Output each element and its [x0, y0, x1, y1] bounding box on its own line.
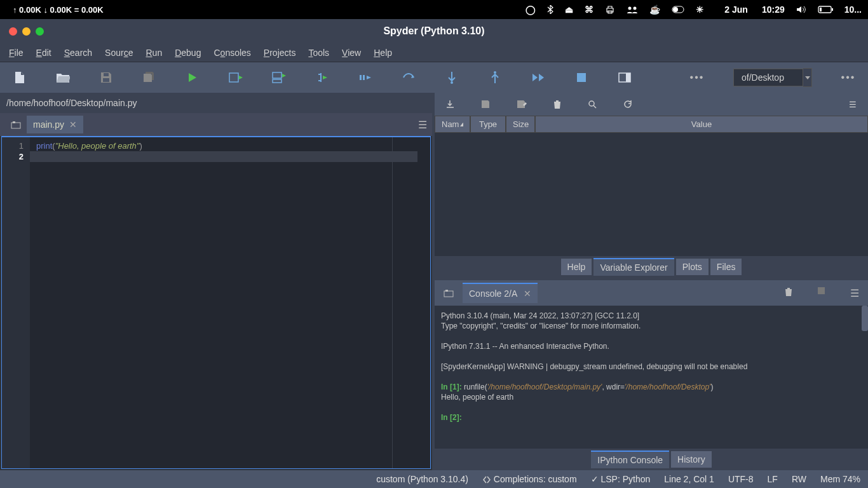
- status-interpreter[interactable]: custom (Python 3.10.4): [376, 474, 468, 484]
- delete-var-icon[interactable]: [553, 100, 561, 109]
- eject-icon[interactable]: ⏏: [565, 4, 573, 15]
- console-tabbar: Console 2/A ✕ ☰: [435, 280, 868, 306]
- menu-source[interactable]: Source: [105, 48, 133, 58]
- debug-icon[interactable]: [358, 71, 372, 85]
- layout-icon[interactable]: [618, 71, 632, 85]
- console-options-icon[interactable]: ☰: [850, 287, 859, 299]
- save-data-as-icon[interactable]: [517, 100, 527, 109]
- console-output[interactable]: Python 3.10.4 (main, Mar 24 2022, 13:07:…: [435, 306, 868, 449]
- console-scrollbar[interactable]: [862, 306, 868, 331]
- new-file-icon[interactable]: [13, 71, 27, 85]
- interrupt-kernel-icon[interactable]: [818, 287, 825, 299]
- save-data-icon[interactable]: [481, 100, 490, 109]
- bluetooth-icon[interactable]: [547, 5, 553, 14]
- circle-icon[interactable]: ◯: [526, 4, 536, 15]
- col-value[interactable]: Value: [535, 116, 868, 133]
- close-console-icon[interactable]: ✕: [524, 288, 531, 299]
- more-icon[interactable]: •••: [690, 71, 704, 85]
- console-line: Type "copyright", "credits" or "license"…: [441, 321, 862, 331]
- svg-rect-11: [273, 79, 281, 83]
- toggle-icon[interactable]: [672, 6, 684, 13]
- close-tab-icon[interactable]: ✕: [69, 119, 77, 130]
- line-number: 2: [2, 151, 24, 162]
- menu-search[interactable]: Search: [64, 48, 92, 58]
- close-window-button[interactable]: [9, 27, 17, 36]
- console-tab[interactable]: Console 2/A ✕: [463, 283, 538, 303]
- users-icon[interactable]: [627, 6, 638, 13]
- tab-history[interactable]: History: [671, 451, 712, 468]
- stop-debug-icon[interactable]: [574, 71, 588, 85]
- menu-view[interactable]: View: [342, 48, 361, 58]
- battery-icon[interactable]: [818, 6, 833, 13]
- svg-rect-16: [577, 73, 586, 82]
- status-lsp[interactable]: ✓ LSP: Python: [591, 474, 651, 484]
- editor-tab-label: main.py: [33, 119, 64, 130]
- menu-file[interactable]: File: [9, 48, 24, 58]
- col-name[interactable]: Nam: [435, 116, 470, 133]
- volume-icon[interactable]: [796, 6, 806, 13]
- editor-tabbar: main.py ✕ ☰: [0, 113, 432, 136]
- brightness-icon[interactable]: ☀: [696, 4, 704, 15]
- command-icon[interactable]: ⌘: [585, 4, 593, 15]
- import-data-icon[interactable]: [446, 100, 454, 109]
- printer-icon[interactable]: [605, 5, 615, 14]
- menu-help[interactable]: Help: [374, 48, 392, 58]
- traffic-lights: [0, 27, 44, 36]
- menubar-time[interactable]: 10:29: [762, 4, 785, 15]
- code-editor[interactable]: 1 2 print("Hello, people of earth"): [1, 136, 431, 469]
- run-cell-advance-icon[interactable]: [272, 71, 286, 85]
- battery-pct: 10...: [844, 4, 862, 15]
- col-size[interactable]: Size: [506, 116, 535, 133]
- status-eol[interactable]: LF: [768, 474, 778, 484]
- browse-consoles-icon[interactable]: [444, 289, 463, 297]
- open-file-icon[interactable]: [56, 71, 70, 85]
- run-selection-icon[interactable]: [315, 71, 329, 85]
- search-var-icon[interactable]: [588, 100, 597, 109]
- coffee-icon[interactable]: ☕: [649, 4, 660, 15]
- col-type[interactable]: Type: [470, 116, 506, 133]
- step-out-icon[interactable]: [488, 71, 502, 85]
- tab-variable-explorer[interactable]: Variable Explorer: [593, 258, 674, 276]
- status-completions[interactable]: Completions: custom: [482, 474, 577, 484]
- tab-files[interactable]: Files: [710, 259, 742, 275]
- window-title: Spyder (Python 3.10): [383, 25, 484, 37]
- status-encoding[interactable]: UTF-8: [728, 474, 754, 484]
- maximize-window-button[interactable]: [36, 27, 44, 36]
- step-into-icon[interactable]: [445, 71, 459, 85]
- step-over-icon[interactable]: [402, 71, 416, 85]
- menu-debug[interactable]: Debug: [175, 48, 201, 58]
- continue-icon[interactable]: [531, 71, 545, 85]
- code-line: print("Hello, people of earth"): [36, 140, 430, 151]
- svg-rect-13: [363, 75, 365, 80]
- browse-tabs-icon[interactable]: [5, 121, 27, 129]
- editor-options-icon[interactable]: ☰: [418, 119, 427, 131]
- tab-plots[interactable]: Plots: [676, 259, 709, 275]
- tab-ipython-console[interactable]: IPython Console: [591, 451, 669, 468]
- menu-tools[interactable]: Tools: [308, 48, 329, 58]
- svg-rect-8: [104, 73, 109, 76]
- preferences-icon[interactable]: •••: [841, 71, 855, 85]
- delete-console-icon[interactable]: [785, 287, 792, 299]
- menu-consoles[interactable]: Consoles: [214, 48, 250, 58]
- varexp-options-icon[interactable]: ☰: [849, 100, 857, 109]
- workdir-input[interactable]: of/Desktop: [733, 69, 803, 86]
- editor-tab[interactable]: main.py ✕: [27, 116, 83, 133]
- menu-edit[interactable]: Edit: [36, 48, 51, 58]
- minimize-window-button[interactable]: [22, 27, 31, 36]
- refresh-var-icon[interactable]: [623, 100, 632, 109]
- workdir-dropdown-icon[interactable]: [803, 68, 812, 87]
- console-prompt[interactable]: In [2]:: [441, 412, 862, 423]
- svg-rect-7: [103, 78, 109, 82]
- svg-point-14: [451, 81, 453, 84]
- run-icon[interactable]: [186, 71, 200, 85]
- menu-run[interactable]: Run: [146, 48, 162, 58]
- menubar-date[interactable]: 2 Jun: [724, 4, 748, 15]
- save-icon[interactable]: [99, 71, 113, 85]
- tab-help[interactable]: Help: [561, 259, 592, 275]
- editor-gutter: 1 2: [2, 137, 30, 468]
- editor-path: /home/hoofhoof/Desktop/main.py: [0, 93, 432, 113]
- save-all-icon[interactable]: [142, 71, 156, 85]
- editor-pane: /home/hoofhoof/Desktop/main.py main.py ✕…: [0, 93, 435, 470]
- run-cell-icon[interactable]: [229, 71, 243, 85]
- menu-projects[interactable]: Projects: [264, 48, 296, 58]
